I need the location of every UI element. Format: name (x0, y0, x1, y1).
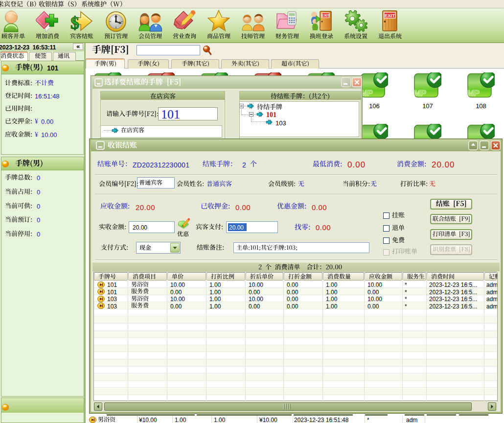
svg-text:EXIT: EXIT (385, 13, 395, 18)
svg-text:$: $ (70, 13, 79, 33)
svg-text:MP: MP (414, 89, 426, 98)
svg-text:EXIT: EXIT (321, 13, 330, 18)
svg-text:MP: MP (467, 89, 480, 98)
